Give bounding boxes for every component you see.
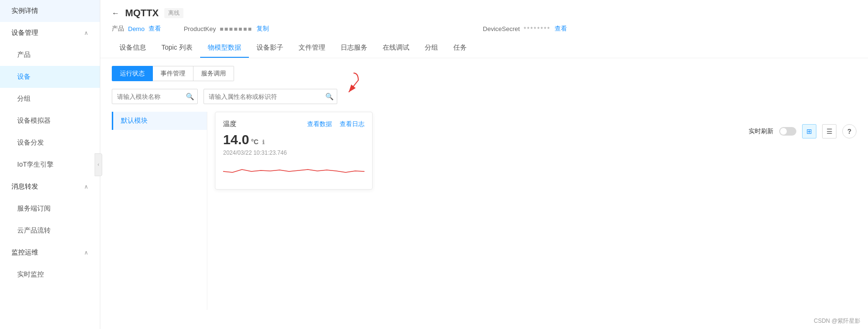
sidebar-label-device-distribution: 设备分发 xyxy=(17,138,44,147)
sidebar-label-instance-detail: 实例详情 xyxy=(11,7,38,15)
content-area: 运行状态 事件管理 服务调用 🔍 🔍 默认模块 xyxy=(100,58,868,329)
attribute-search-icon[interactable]: 🔍 xyxy=(325,93,333,100)
help-button[interactable]: ? xyxy=(842,124,857,138)
sidebar-group-device-management[interactable]: 设备管理 ∧ xyxy=(0,22,100,44)
status-badge: 离线 xyxy=(164,8,183,18)
tab-group[interactable]: 分组 xyxy=(417,39,446,58)
sub-tab-service-call[interactable]: 服务调用 xyxy=(193,66,234,81)
view-log-link[interactable]: 查看日志 xyxy=(340,120,364,128)
footer-credit: CSDN @紫阡星影 xyxy=(814,317,860,325)
tab-log-service[interactable]: 日志服务 xyxy=(333,39,375,58)
card-value: 14.0 °C ℹ xyxy=(223,132,364,148)
chevron-up-icon: ∧ xyxy=(84,30,88,36)
sidebar: 实例详情 设备管理 ∧ 产品 设备 分组 设备模拟器 设备分发 IoT孪生引擎 … xyxy=(0,0,100,329)
meta-device-secret: DeviceSecret ******** 查看 xyxy=(483,24,567,33)
sidebar-item-group[interactable]: 分组 xyxy=(0,88,100,110)
sidebar-item-device-simulator[interactable]: 设备模拟器 xyxy=(0,110,100,132)
list-view-button[interactable]: ☰ xyxy=(822,124,836,138)
tab-task[interactable]: 任务 xyxy=(446,39,474,58)
sub-tabs: 运行状态 事件管理 服务调用 xyxy=(112,66,857,81)
copy-button[interactable]: 复制 xyxy=(257,24,269,33)
meta-product: 产品 Demo 查看 xyxy=(112,24,161,33)
sidebar-label-product: 产品 xyxy=(17,51,31,59)
grid-view-button[interactable]: ⊞ xyxy=(802,124,816,138)
data-area: 温度 查看数据 查看日志 14.0 °C ℹ 2024/03/22 10:31:… xyxy=(207,112,857,310)
device-secret-label: DeviceSecret xyxy=(483,25,520,32)
tab-device-shadow[interactable]: 设备影子 xyxy=(249,39,291,58)
temperature-unit: °C xyxy=(251,138,259,146)
realtime-refresh-toggle[interactable] xyxy=(779,127,796,136)
sidebar-item-cloud-product-flow[interactable]: 云产品流转 xyxy=(0,220,100,242)
device-secret-view-link[interactable]: 查看 xyxy=(555,24,567,33)
meta-product-key: ProductKey ■■■■■■■ 复制 xyxy=(184,24,269,33)
product-key-value: ■■■■■■■ xyxy=(220,25,253,32)
card-links: 查看数据 查看日志 xyxy=(307,120,364,128)
sidebar-group-message-forward[interactable]: 消息转发 ∧ xyxy=(0,176,100,198)
temperature-value: 14.0 xyxy=(223,132,249,148)
attribute-search-wrap: 🔍 xyxy=(204,89,337,104)
tab-topic-list[interactable]: Topic 列表 xyxy=(154,39,200,58)
tab-file-management[interactable]: 文件管理 xyxy=(291,39,333,58)
panel-layout: 默认模块 温度 查看数据 查看日志 14.0 °C ℹ xyxy=(112,112,857,310)
product-name-link[interactable]: Demo xyxy=(128,25,145,32)
sidebar-item-service-subscription[interactable]: 服务端订阅 xyxy=(0,198,100,220)
sub-tab-event-management[interactable]: 事件管理 xyxy=(153,66,193,81)
attribute-search-input[interactable] xyxy=(204,89,337,104)
sub-tab-run-status[interactable]: 运行状态 xyxy=(112,66,153,81)
sidebar-item-instance-detail[interactable]: 实例详情 xyxy=(0,0,100,22)
meta-row: 产品 Demo 查看 ProductKey ■■■■■■■ 复制 DeviceS… xyxy=(112,24,857,33)
view-data-link[interactable]: 查看数据 xyxy=(307,120,332,128)
card-header: 温度 查看数据 查看日志 xyxy=(223,120,364,128)
main-content: ← MQTTX 离线 产品 Demo 查看 ProductKey ■■■■■■■… xyxy=(100,0,868,329)
device-secret-value: ******** xyxy=(524,25,550,32)
back-button[interactable]: ← xyxy=(112,9,119,18)
page-title: MQTTX xyxy=(125,8,159,19)
chevron-up-icon-3: ∧ xyxy=(84,249,88,256)
grid-icon: ⊞ xyxy=(806,127,812,135)
sidebar-item-realtime-monitor[interactable]: 实时监控 xyxy=(0,264,100,286)
product-view-link[interactable]: 查看 xyxy=(149,24,161,33)
module-search-icon[interactable]: 🔍 xyxy=(186,93,194,100)
sidebar-label-iot-child-engine: IoT孪生引擎 xyxy=(17,160,54,169)
page-header: ← MQTTX 离线 产品 Demo 查看 ProductKey ■■■■■■■… xyxy=(100,0,868,58)
module-list: 默认模块 xyxy=(112,112,207,310)
sidebar-label-realtime-monitor: 实时监控 xyxy=(17,270,44,279)
info-icon[interactable]: ℹ xyxy=(262,139,265,146)
sidebar-collapse-button[interactable]: ‹ xyxy=(95,153,102,176)
sidebar-label-cloud-product-flow: 云产品流转 xyxy=(17,226,51,235)
data-card-temperature: 温度 查看数据 查看日志 14.0 °C ℹ 2024/03/22 10:31:… xyxy=(215,112,373,190)
chevron-up-icon-2: ∧ xyxy=(84,183,88,190)
sidebar-label-service-subscription: 服务端订阅 xyxy=(17,204,51,213)
module-search-wrap: 🔍 xyxy=(112,89,198,104)
product-label: 产品 xyxy=(112,24,124,33)
main-tabs: 设备信息 Topic 列表 物模型数据 设备影子 文件管理 日志服务 在线调试 … xyxy=(112,39,857,58)
sidebar-label-device-simulator: 设备模拟器 xyxy=(17,117,51,125)
tab-thing-model-data[interactable]: 物模型数据 xyxy=(200,39,249,58)
sidebar-label-device-management: 设备管理 xyxy=(11,29,38,37)
question-icon: ? xyxy=(847,127,852,135)
tab-online-debug[interactable]: 在线调试 xyxy=(375,39,417,58)
card-timestamp: 2024/03/22 10:31:23.746 xyxy=(223,149,364,156)
sidebar-item-product[interactable]: 产品 xyxy=(0,44,100,66)
sidebar-group-monitor-ops[interactable]: 监控运维 ∧ xyxy=(0,242,100,264)
card-title: 温度 xyxy=(223,120,236,128)
filter-row: 🔍 🔍 xyxy=(112,89,857,104)
sidebar-item-device-distribution[interactable]: 设备分发 xyxy=(0,132,100,154)
realtime-refresh-label: 实时刷新 xyxy=(749,127,773,136)
right-toolbar: 实时刷新 ⊞ ☰ ? xyxy=(749,124,857,138)
module-search-input[interactable] xyxy=(112,89,198,104)
temperature-chart xyxy=(223,161,364,180)
page-title-row: ← MQTTX 离线 xyxy=(112,8,857,19)
sidebar-label-device: 设备 xyxy=(17,73,31,81)
sidebar-item-device[interactable]: 设备 xyxy=(0,66,100,88)
sidebar-label-group: 分组 xyxy=(17,95,31,103)
chevron-left-icon: ‹ xyxy=(97,162,99,167)
sidebar-label-monitor-ops: 监控运维 xyxy=(11,248,38,257)
module-item-default[interactable]: 默认模块 xyxy=(112,112,207,130)
sidebar-label-message-forward: 消息转发 xyxy=(11,182,38,191)
tab-device-info[interactable]: 设备信息 xyxy=(112,39,154,58)
product-key-label: ProductKey xyxy=(184,25,216,32)
list-icon: ☰ xyxy=(826,127,833,135)
sidebar-item-iot-child-engine[interactable]: IoT孪生引擎 xyxy=(0,154,100,176)
